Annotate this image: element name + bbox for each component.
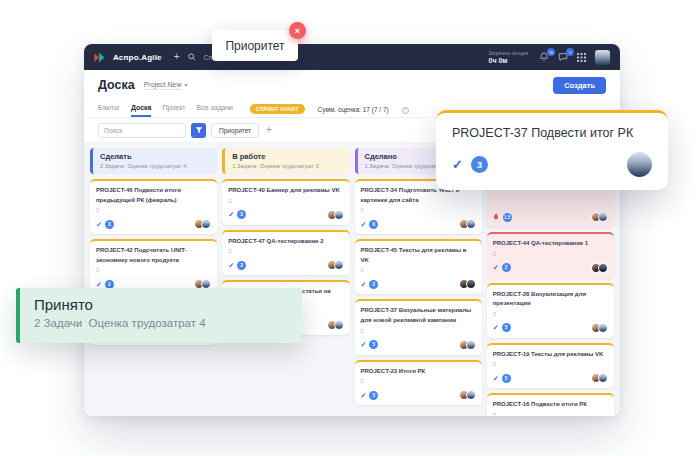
filter-funnel-button[interactable]: [191, 123, 206, 138]
task-footer: ✓3: [228, 260, 343, 270]
search-icon[interactable]: [188, 53, 196, 61]
deadline-flame-icon: [493, 213, 499, 221]
tab-backlog[interactable]: Бэклог: [98, 104, 120, 117]
task-card[interactable]: PROJECT-19 Тексты для рекламы VK≡✓5: [487, 343, 614, 389]
column-title: Сделать: [100, 152, 210, 161]
task-card[interactable]: PROJECT-47 QA-тестирование 2≡✓3: [222, 230, 349, 276]
estimate-badge: 3: [237, 210, 246, 219]
assignee-avatars: [327, 260, 344, 270]
topbar-right: Затрачено сегодня 0ч 0м 26 5: [489, 50, 610, 65]
assignee-avatars: [327, 320, 344, 330]
estimate-badge: 1.5: [503, 213, 512, 222]
estimate-badge: 5: [502, 374, 511, 383]
task-card[interactable]: PROJECT-28 Визуализация для презентации≡…: [487, 283, 614, 338]
time-tracker[interactable]: Затрачено сегодня 0ч 0м: [489, 51, 528, 64]
checkmark-icon: ✓: [361, 341, 367, 348]
description-icon: ≡: [493, 361, 608, 367]
column-title: В работе: [232, 152, 342, 161]
assignee-avatars: [194, 219, 211, 229]
task-title: PROJECT-19 Тексты для рекламы VK: [493, 350, 608, 360]
board-select[interactable]: Project.New ▾: [144, 81, 188, 90]
app-name: Аспро.Agile: [113, 53, 162, 62]
task-title: PROJECT-45 Тексты для рекламы в VK: [361, 246, 476, 265]
info-icon[interactable]: ?: [402, 107, 409, 114]
column-header[interactable]: Сделать2 Задачи Оценка трудозатрат 4: [90, 148, 217, 174]
assignee-avatars: [459, 340, 476, 350]
add-filter-button[interactable]: +: [266, 125, 272, 135]
task-card[interactable]: PROJECT-23 Итоги РК≡✓5: [355, 360, 482, 406]
task-footer: ✓2: [361, 279, 476, 289]
zoomed-column-header: Принято 2 Задачи Оценка трудозатрат 4: [16, 288, 302, 343]
add-icon[interactable]: +: [174, 52, 180, 62]
app-window: Аспро.Agile + Сп Затрачено сегодня 0ч 0м…: [84, 44, 620, 416]
assignee-avatar: [627, 152, 652, 177]
priority-filter-chip[interactable]: Приоритет: [211, 123, 259, 138]
description-icon: ≡: [228, 198, 343, 204]
task-title: PROJECT-46 Подвести итоги предыдущей РК …: [96, 186, 211, 205]
task-footer: 1.5: [493, 212, 608, 222]
close-icon[interactable]: ×: [289, 22, 306, 39]
task-title: PROJECT-47 QA-тестирование 2: [228, 237, 343, 247]
time-tracker-value: 0ч 0м: [489, 57, 528, 64]
assignee-avatars: [591, 212, 608, 222]
estimate-badge: 2: [502, 263, 511, 272]
checkmark-icon: ✓: [96, 281, 102, 288]
description-icon: ≡: [228, 248, 343, 254]
task-card[interactable]: PROJECT-45 Тексты для рекламы в VK≡✓2: [355, 239, 482, 294]
checkmark-icon: ✓: [361, 281, 367, 288]
notifications-badge: 26: [547, 48, 555, 56]
checkmark-icon: ✓: [361, 392, 367, 399]
assignee-avatars: [459, 279, 476, 289]
task-title: PROJECT-28 Визуализация для презентации: [493, 290, 608, 309]
tab-board[interactable]: Доска: [131, 104, 152, 117]
estimate-badge: 3: [237, 261, 246, 270]
description-icon: ≡: [493, 412, 608, 416]
messages-icon[interactable]: 5: [558, 52, 568, 62]
column-header[interactable]: В работе1 Задача Оценка трудозатрат 3: [222, 148, 349, 174]
task-footer: ✓2: [493, 263, 608, 273]
avatar: [201, 219, 211, 229]
avatar: [598, 263, 608, 273]
avatar: [598, 323, 608, 333]
marketing-screenshot: Аспро.Agile + Сп Затрачено сегодня 0ч 0м…: [0, 0, 700, 456]
estimate-badge: 5: [369, 340, 378, 349]
chevron-down-icon: ▾: [184, 82, 187, 88]
zoomed-task-card[interactable]: PROJECT-37 Подвести итог РК ✓ 3: [436, 110, 668, 190]
checkmark-icon: ✓: [228, 262, 234, 269]
sprint-summary: Сумм. оценка: 17 (7 / 7): [318, 106, 389, 113]
tab-project[interactable]: Проект: [162, 104, 185, 117]
description-icon: ≡: [96, 267, 211, 273]
task-title: PROJECT-42 Подсчитать UNIT-экономику нов…: [96, 246, 211, 265]
create-button[interactable]: Создать: [553, 77, 606, 94]
task-card[interactable]: PROJECT-40 Баннер для рекламы VK≡✓3: [222, 179, 349, 225]
task-card[interactable]: PROJECT-37 Визуальные материалы для ново…: [355, 299, 482, 354]
task-card[interactable]: PROJECT-16 Подвести итоги РК≡: [487, 393, 614, 416]
task-footer: ✓5: [361, 340, 476, 350]
user-avatar[interactable]: [595, 50, 610, 65]
tab-all-tasks[interactable]: Все задачи: [197, 104, 234, 117]
task-card[interactable]: PROJECT-46 Подвести итоги предыдущей РК …: [90, 179, 217, 234]
estimate-badge: 3: [105, 220, 114, 229]
search-input[interactable]: [98, 123, 186, 138]
avatar: [598, 373, 608, 383]
description-icon: ≡: [361, 378, 476, 384]
task-card[interactable]: PROJECT-42 Подсчитать UNIT-экономику нов…: [90, 239, 217, 294]
task-footer: ✓5: [493, 373, 608, 383]
priority-tooltip: Приоритет ×: [212, 30, 298, 61]
task-card[interactable]: PROJECT-44 QA-тестирование 1≡✓2: [487, 232, 614, 278]
board-select-value: Project.New: [144, 81, 182, 90]
assignee-avatars: [459, 219, 476, 229]
task-title: PROJECT-44 QA-тестирование 1: [493, 239, 608, 249]
description-icon: ≡: [493, 311, 608, 317]
apps-grid-icon[interactable]: [577, 53, 586, 62]
priority-tooltip-label: Приоритет: [225, 39, 284, 53]
checkmark-icon: ✓: [452, 158, 463, 171]
task-title: PROJECT-40 Баннер для рекламы VK: [228, 186, 343, 196]
column-subtitle: 2 Задачи Оценка трудозатрат 4: [100, 163, 210, 169]
task-title: PROJECT-23 Итоги РК: [361, 367, 476, 377]
checkmark-icon: ✓: [493, 375, 499, 382]
avatar: [466, 340, 476, 350]
notifications-bell-icon[interactable]: 26: [539, 52, 549, 62]
avatar: [598, 212, 608, 222]
description-icon: ≡: [361, 328, 476, 334]
